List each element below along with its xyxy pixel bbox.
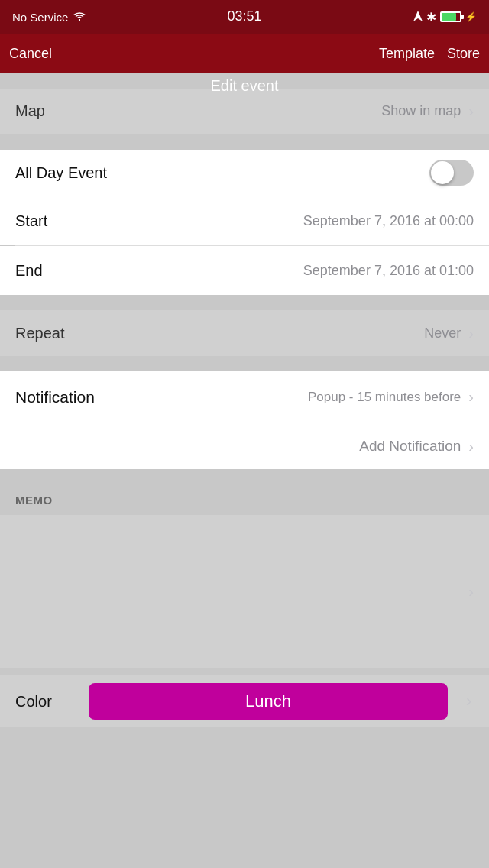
svg-marker-0 bbox=[413, 11, 423, 21]
add-notification-value: Add Notification › bbox=[359, 438, 474, 455]
memo-header: MEMO bbox=[0, 484, 489, 515]
color-label: Color bbox=[15, 693, 76, 711]
section-gap-6 bbox=[0, 668, 489, 675]
nav-right-buttons: Template Store bbox=[379, 46, 480, 62]
section-gap-5 bbox=[0, 469, 489, 484]
battery-icon bbox=[440, 11, 461, 22]
color-row[interactable]: Color Lunch › bbox=[0, 675, 489, 727]
end-section: End September 7, 2016 at 01:00 bbox=[0, 246, 489, 295]
template-button[interactable]: Template bbox=[379, 46, 435, 62]
memo-label: MEMO bbox=[15, 494, 53, 507]
start-row[interactable]: Start September 7, 2016 at 00:00 bbox=[0, 196, 489, 245]
all-day-section: All Day Event bbox=[0, 150, 489, 196]
carrier-text: No Service bbox=[12, 11, 68, 24]
status-time: 03:51 bbox=[227, 8, 261, 24]
start-value: September 7, 2016 at 00:00 bbox=[303, 213, 474, 229]
status-left: No Service bbox=[12, 11, 86, 24]
notification-row[interactable]: Notification Popup - 15 minutes before › bbox=[0, 371, 489, 423]
color-button[interactable]: Lunch bbox=[89, 683, 448, 720]
status-bar: No Service 03:51 ✱ ⚡ bbox=[0, 0, 489, 34]
memo-content[interactable]: › bbox=[0, 515, 489, 668]
all-day-label: All Day Event bbox=[15, 164, 138, 182]
memo-chevron-icon: › bbox=[468, 583, 474, 601]
wifi-icon bbox=[73, 11, 86, 24]
notification-value: Popup - 15 minutes before › bbox=[308, 388, 474, 406]
section-gap-4 bbox=[0, 356, 489, 371]
all-day-row[interactable]: All Day Event bbox=[0, 150, 489, 196]
notification-section: Notification Popup - 15 minutes before ›… bbox=[0, 371, 489, 469]
location-icon bbox=[413, 11, 423, 24]
color-chevron-icon: › bbox=[466, 691, 471, 711]
toggle-knob bbox=[431, 161, 454, 184]
start-section: Start September 7, 2016 at 00:00 bbox=[0, 196, 489, 245]
store-button[interactable]: Store bbox=[447, 46, 480, 62]
end-row[interactable]: End September 7, 2016 at 01:00 bbox=[0, 246, 489, 295]
end-label: End bbox=[15, 262, 138, 280]
section-gap-2 bbox=[0, 134, 489, 150]
notification-label: Notification bbox=[15, 388, 138, 406]
nav-title: Edit event bbox=[211, 77, 279, 95]
section-gap-3 bbox=[0, 295, 489, 310]
charging-icon: ⚡ bbox=[465, 11, 477, 22]
add-notification-row[interactable]: Add Notification › bbox=[0, 423, 489, 469]
repeat-row[interactable]: Repeat Never › bbox=[0, 310, 489, 356]
color-button-label: Lunch bbox=[245, 691, 291, 711]
notification-chevron-icon: › bbox=[468, 388, 474, 406]
all-day-toggle[interactable] bbox=[429, 160, 474, 186]
end-value: September 7, 2016 at 01:00 bbox=[303, 263, 474, 279]
add-notification-chevron-icon: › bbox=[468, 438, 474, 455]
nav-bar: Cancel Edit event Template Store bbox=[0, 34, 489, 73]
repeat-label: Repeat bbox=[15, 325, 65, 342]
repeat-value: Never › bbox=[424, 325, 474, 342]
cancel-button[interactable]: Cancel bbox=[9, 46, 52, 62]
map-value: Show in map › bbox=[381, 102, 474, 120]
map-row[interactable]: Map Show in map › bbox=[0, 89, 489, 134]
map-label: Map bbox=[15, 102, 45, 120]
map-chevron-icon: › bbox=[468, 102, 474, 120]
start-label: Start bbox=[15, 212, 138, 230]
status-right: ✱ ⚡ bbox=[413, 10, 477, 24]
repeat-chevron-icon: › bbox=[468, 325, 474, 342]
bluetooth-icon: ✱ bbox=[426, 10, 436, 24]
